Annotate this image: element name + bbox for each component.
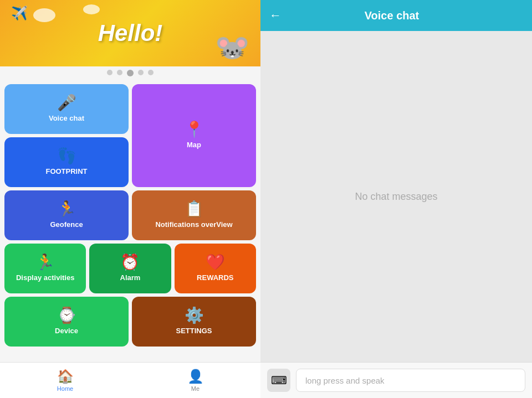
notifications-icon: 📋 bbox=[185, 201, 204, 217]
home-icon: 🏠 bbox=[57, 369, 74, 384]
right-panel: ← Voice chat No chat messages ⌨ long pre… bbox=[260, 0, 532, 398]
dot-3[interactable] bbox=[127, 70, 134, 76]
menu-grid: 🎤 Voice chat 👣 FOOTPRINT 📍 Map 🏃 Geofenc… bbox=[0, 80, 260, 362]
device-icon: ⌚ bbox=[57, 308, 76, 323]
display-activities-tile[interactable]: 🏃 Display activities bbox=[4, 244, 86, 293]
speak-placeholder: long press and speak bbox=[305, 376, 385, 385]
microphone-icon: 🎤 bbox=[57, 95, 76, 111]
voice-chat-label: Voice chat bbox=[49, 114, 84, 123]
notifications-tile[interactable]: 📋 Notifications overView bbox=[132, 190, 256, 240]
alarm-tile[interactable]: ⏰ Alarm bbox=[89, 244, 171, 293]
plane-icon: ✈️ bbox=[11, 6, 28, 21]
cloud-decoration-2 bbox=[83, 4, 100, 14]
cloud-decoration bbox=[33, 8, 55, 22]
nav-home-label: Home bbox=[57, 385, 73, 392]
map-pin-icon: 📍 bbox=[185, 122, 204, 137]
hero-text: Hello! bbox=[98, 20, 163, 46]
dot-1[interactable] bbox=[107, 70, 112, 75]
carousel-dots bbox=[0, 66, 260, 80]
dot-4[interactable] bbox=[138, 70, 144, 75]
alarm-label: Alarm bbox=[120, 273, 141, 282]
display-label: Display activities bbox=[16, 273, 75, 282]
chat-messages-area: No chat messages bbox=[260, 31, 532, 362]
device-label: Device bbox=[55, 327, 78, 335]
voice-chat-tile[interactable]: 🎤 Voice chat bbox=[4, 84, 129, 134]
nav-me-label: Me bbox=[191, 385, 200, 392]
voice-chat-header: ← Voice chat bbox=[260, 0, 532, 31]
dot-5[interactable] bbox=[148, 70, 154, 75]
bottom-navigation: 🏠 Home 👤 Me bbox=[0, 362, 260, 398]
keyboard-button[interactable]: ⌨ bbox=[267, 369, 290, 392]
notifications-label: Notifications overView bbox=[155, 220, 232, 229]
geofence-icon: 🏃 bbox=[57, 201, 76, 217]
dot-2[interactable] bbox=[117, 70, 122, 75]
geofence-tile[interactable]: 🏃 Geofence bbox=[4, 190, 129, 240]
footprint-tile[interactable]: 👣 FOOTPRINT bbox=[4, 137, 129, 187]
speak-input[interactable]: long press and speak bbox=[296, 369, 525, 392]
grid-row-2: 🏃 Geofence 📋 Notifications overView bbox=[4, 190, 256, 240]
heart-icon: ❤️ bbox=[206, 255, 225, 270]
voice-chat-title: Voice chat bbox=[290, 9, 493, 22]
grid-row-4: ⌚ Device ⚙️ SETTINGS bbox=[4, 297, 256, 347]
nav-me[interactable]: 👤 Me bbox=[130, 363, 260, 398]
left-panel: ✈️ Hello! 🐭 🎤 Voice chat 👣 FOOT bbox=[0, 0, 260, 398]
rewards-tile[interactable]: ❤️ REWARDS bbox=[175, 244, 256, 293]
voice-input-bar: ⌨ long press and speak bbox=[260, 362, 532, 398]
device-tile[interactable]: ⌚ Device bbox=[4, 297, 129, 347]
map-label: Map bbox=[187, 141, 201, 149]
person-icon: 👤 bbox=[187, 369, 204, 384]
alarm-icon: ⏰ bbox=[120, 255, 140, 270]
settings-tile[interactable]: ⚙️ SETTINGS bbox=[132, 297, 256, 347]
running-icon: 🏃 bbox=[35, 255, 55, 270]
grid-row-3: 🏃 Display activities ⏰ Alarm ❤️ REWARDS bbox=[4, 244, 256, 293]
map-tile[interactable]: 📍 Map bbox=[132, 84, 256, 187]
grid-row-top: 🎤 Voice chat 👣 FOOTPRINT 📍 Map bbox=[4, 84, 256, 187]
grid-col-left: 🎤 Voice chat 👣 FOOTPRINT bbox=[4, 84, 129, 187]
geofence-label: Geofence bbox=[50, 220, 83, 229]
nav-home[interactable]: 🏠 Home bbox=[0, 363, 130, 398]
footprint-label: FOOTPRINT bbox=[45, 167, 87, 176]
hero-banner: ✈️ Hello! 🐭 bbox=[0, 0, 260, 66]
settings-label: SETTINGS bbox=[176, 327, 212, 335]
character-icon: 🐭 bbox=[215, 32, 249, 64]
footprint-icon: 👣 bbox=[57, 148, 76, 164]
back-button[interactable]: ← bbox=[269, 8, 282, 23]
settings-gear-icon: ⚙️ bbox=[185, 308, 204, 323]
no-messages-text: No chat messages bbox=[355, 191, 437, 203]
rewards-label: REWARDS bbox=[197, 273, 233, 282]
